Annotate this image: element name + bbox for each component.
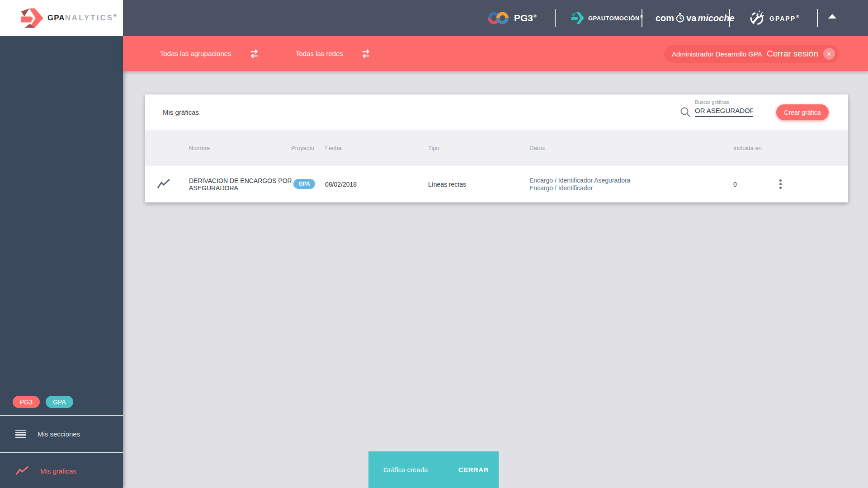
search-icon[interactable] bbox=[679, 106, 691, 118]
filter-redes-label: Todas las redes bbox=[296, 50, 343, 57]
badge-gpa[interactable]: GPA bbox=[46, 396, 73, 408]
sidebar-item-mis-secciones[interactable]: Mis secciones bbox=[0, 416, 123, 452]
column-header-tipo: Tipo bbox=[428, 130, 439, 166]
user-session-pill: Administrador Desarrollo GPA Cerrar sesi… bbox=[664, 45, 839, 63]
column-header-proyecto: Proyecto bbox=[291, 130, 314, 166]
swap-icon[interactable] bbox=[249, 49, 260, 59]
row-chart-icon bbox=[157, 178, 170, 189]
sidebar-item-label: Mis secciones bbox=[38, 430, 80, 438]
gpapp-logo[interactable]: GPAPP® bbox=[749, 0, 800, 36]
table-header-row: Nombre Proyecto Fecha Tipo Datos Incluid… bbox=[145, 130, 848, 166]
chart-data-line: Encargo / Identificador Aseguradora bbox=[529, 177, 630, 184]
project-badge: GPA bbox=[293, 179, 315, 189]
sidebar: PG3 GPA Mis secciones Mis gráficas bbox=[0, 36, 123, 488]
chart-line-icon bbox=[15, 466, 29, 476]
top-bar: GPANALYTICS® PG3® GPAUTOMOCIÓN® com bbox=[0, 0, 868, 36]
search-label: Buscar gráficas bbox=[695, 99, 755, 105]
chevron-up-icon bbox=[828, 14, 836, 19]
panel-header: Mis gráficas Buscar gráficas Crear gráfi… bbox=[145, 94, 848, 130]
gpautomocion-wordmark: GPAUTOMOCIÓN® bbox=[588, 14, 643, 22]
column-header-datos: Datos bbox=[529, 130, 545, 166]
chart-data-line: Encargo / Identificador bbox=[529, 184, 630, 192]
topbar-divider bbox=[729, 9, 730, 27]
content-area: Mis gráficas Buscar gráficas Crear gráfi… bbox=[123, 71, 868, 488]
sidebar-item-mis-graficas[interactable]: Mis gráficas bbox=[0, 453, 123, 488]
logout-button[interactable]: Cerrar sesión ✕ bbox=[767, 48, 835, 60]
sidebar-badges: PG3 GPA bbox=[13, 396, 73, 408]
topbar-divider bbox=[817, 9, 818, 27]
pg3-infinity-icon bbox=[487, 11, 509, 25]
search-field: Buscar gráficas bbox=[695, 99, 755, 117]
pg3-logo[interactable]: PG3® bbox=[487, 0, 537, 36]
clock-icon bbox=[675, 13, 685, 23]
badge-pg3[interactable]: PG3 bbox=[13, 396, 40, 408]
table-row[interactable]: DERIVACION DE ENCARGOS POR ASEGURADORA G… bbox=[145, 166, 848, 202]
toast-snackbar: Gráfica creada CERRAR bbox=[368, 451, 499, 488]
gpa-analytics-logo[interactable]: GPANALYTICS® bbox=[0, 0, 123, 36]
create-chart-button[interactable]: Crear gráfica bbox=[776, 104, 829, 120]
toast-message: Gráfica creada bbox=[383, 466, 428, 474]
gpautomocion-logo[interactable]: GPAUTOMOCIÓN® bbox=[571, 0, 643, 36]
gpa-analytics-wordmark: GPANALYTICS® bbox=[47, 14, 117, 23]
logout-label: Cerrar sesión bbox=[767, 49, 818, 59]
search-input[interactable] bbox=[695, 107, 753, 117]
topbar-divider bbox=[555, 9, 556, 27]
included-count: 0 bbox=[733, 166, 737, 202]
gpapp-wrench-icon bbox=[749, 10, 765, 26]
filter-redes[interactable]: Todas las redes bbox=[296, 36, 372, 71]
chart-date: 08/02/2018 bbox=[325, 166, 357, 202]
chart-name: DERIVACION DE ENCARGOS POR ASEGURADORA bbox=[189, 166, 293, 202]
filter-agrupaciones[interactable]: Todas las agrupaciones bbox=[160, 36, 260, 71]
gpautomocion-arrow-icon bbox=[571, 11, 584, 25]
toast-close-button[interactable]: CERRAR bbox=[456, 465, 491, 474]
charts-panel: Mis gráficas Buscar gráficas Crear gráfi… bbox=[145, 94, 848, 202]
gpapp-wordmark: GPAPP® bbox=[769, 14, 800, 22]
row-menu-kebab[interactable] bbox=[773, 176, 788, 192]
column-header-fecha: Fecha bbox=[325, 130, 341, 166]
column-header-incluida-en: Incluida en bbox=[733, 130, 762, 166]
chart-data-fields: Encargo / Identificador Aseguradora Enca… bbox=[529, 166, 630, 202]
comvamicoche-logo[interactable]: com va micoche bbox=[656, 0, 735, 36]
filter-bar: Todas las agrupaciones Todas las redes A… bbox=[123, 36, 868, 71]
comva-text-com: com bbox=[656, 13, 674, 23]
page-title: Mis gráficas bbox=[163, 94, 199, 130]
chart-type: Líneas rectas bbox=[428, 166, 466, 202]
menu-icon bbox=[15, 430, 26, 438]
user-name: Administrador Desarrollo GPA bbox=[672, 50, 762, 58]
topbar-divider bbox=[642, 9, 642, 27]
collapse-arrow-button[interactable] bbox=[826, 14, 838, 23]
column-header-nombre: Nombre bbox=[189, 130, 210, 166]
comva-text-va: va bbox=[686, 13, 696, 23]
sidebar-item-label: Mis gráficas bbox=[40, 467, 76, 475]
filter-agrupaciones-label: Todas las agrupaciones bbox=[160, 50, 231, 57]
pg3-wordmark: PG3® bbox=[514, 13, 537, 23]
swap-icon[interactable] bbox=[360, 49, 372, 59]
close-circle-icon[interactable]: ✕ bbox=[823, 48, 835, 60]
gpa-arrow-icon bbox=[20, 7, 43, 29]
